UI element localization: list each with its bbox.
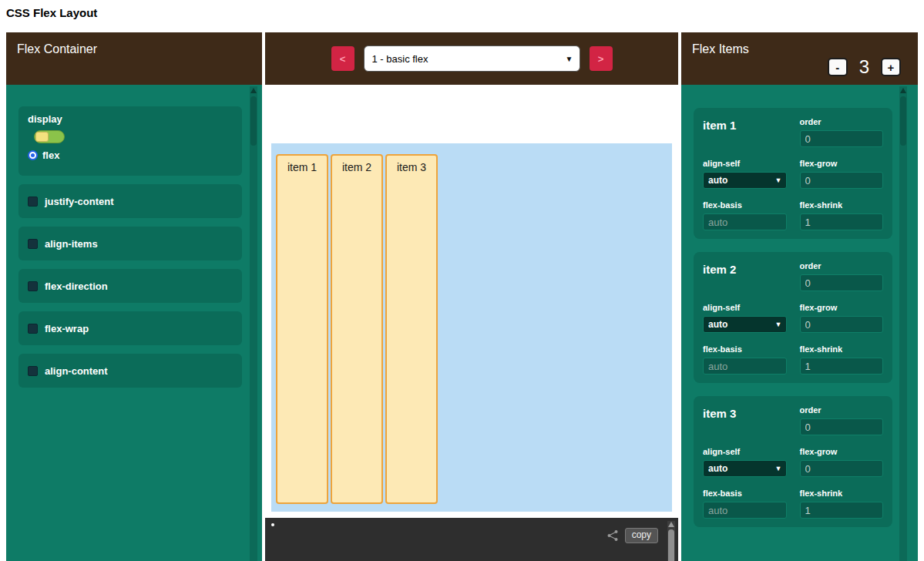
flex-grow-input[interactable] — [800, 316, 884, 333]
scrollbar-thumb[interactable] — [668, 529, 674, 561]
flex-items-panel: Flex Items - 3 + item 1 order align-self… — [681, 32, 918, 561]
flex-shrink-field: flex-shrink — [800, 200, 884, 230]
scroll-up-icon[interactable] — [668, 522, 674, 527]
item-card-title: item 1 — [703, 117, 787, 147]
align-self-select[interactable]: auto — [703, 172, 787, 189]
flex-grow-label: flex-grow — [800, 159, 884, 168]
justify-content-checkbox[interactable] — [28, 197, 38, 207]
item-count: 3 — [859, 56, 869, 78]
item-card-2: item 2 order align-self auto ▼ flex-grow — [694, 252, 892, 383]
right-panel-scrollbar[interactable] — [899, 86, 907, 561]
flex-basis-field: flex-basis — [703, 489, 787, 519]
property-card-flex-wrap: flex-wrap — [18, 311, 242, 345]
left-panel-scrollbar[interactable] — [250, 86, 257, 561]
scroll-up-icon[interactable] — [250, 88, 257, 93]
flex-basis-label: flex-basis — [703, 489, 787, 498]
align-self-select-wrap: auto ▼ — [703, 316, 787, 333]
scrollbar-thumb[interactable] — [250, 96, 257, 146]
next-example-button[interactable]: > — [590, 46, 613, 71]
order-input[interactable] — [800, 274, 884, 291]
scrollbar-thumb[interactable] — [900, 96, 906, 146]
flex-container-header: Flex Container — [6, 32, 262, 85]
flex-grow-input[interactable] — [800, 460, 884, 477]
flex-items-header: Flex Items - 3 + — [681, 32, 918, 85]
align-self-label: align-self — [703, 447, 787, 456]
flex-basis-label: flex-basis — [703, 200, 787, 210]
flex-radio[interactable] — [28, 150, 38, 160]
flex-shrink-label: flex-shrink — [800, 200, 884, 210]
item-card-title: item 3 — [703, 405, 787, 435]
preview-body: item 1 item 2 item 3 copy <style> .flex-… — [265, 85, 678, 561]
order-input[interactable] — [800, 418, 884, 435]
flex-grow-input[interactable] — [800, 172, 884, 189]
flex-basis-input[interactable] — [703, 502, 787, 519]
property-label: flex-wrap — [45, 323, 89, 334]
property-label: justify-content — [45, 196, 114, 207]
flex-basis-input[interactable] — [703, 213, 787, 230]
flex-container-title: Flex Container — [17, 42, 97, 56]
align-self-select[interactable]: auto — [703, 316, 787, 333]
align-content-checkbox[interactable] — [28, 366, 38, 376]
flex-basis-label: flex-basis — [703, 344, 787, 354]
example-select[interactable]: 1 - basic flex — [364, 45, 580, 72]
property-label: align-items — [45, 238, 98, 250]
order-label: order — [800, 261, 884, 270]
increase-items-button[interactable]: + — [881, 58, 901, 76]
property-card-align-content: align-content — [18, 354, 242, 388]
decrease-items-button[interactable]: - — [828, 58, 848, 76]
copy-button[interactable]: copy — [625, 528, 658, 543]
order-label: order — [800, 117, 884, 126]
align-self-field: align-self auto ▼ — [703, 303, 787, 333]
flex-radio-label: flex — [42, 149, 59, 161]
flex-shrink-input[interactable] — [800, 502, 884, 519]
flex-items-title: Flex Items — [692, 42, 749, 56]
align-self-label: align-self — [703, 303, 787, 312]
flex-shrink-input[interactable] — [800, 358, 884, 375]
code-toolbar: copy — [606, 528, 658, 543]
display-toggle[interactable] — [34, 130, 65, 143]
item-card-title: item 2 — [703, 261, 787, 291]
property-card-justify-content: justify-content — [18, 184, 242, 218]
align-self-select[interactable]: auto — [703, 460, 787, 477]
order-field: order — [800, 261, 884, 291]
align-items-checkbox[interactable] — [28, 239, 38, 249]
property-label: flex-direction — [45, 280, 108, 292]
item-card-1: item 1 order align-self auto ▼ flex-grow — [694, 108, 892, 239]
example-select-wrap: 1 - basic flex ▼ — [364, 45, 580, 72]
align-self-select-wrap: auto ▼ — [703, 172, 787, 189]
page-title: CSS Flex Layout — [6, 6, 97, 19]
align-self-field: align-self auto ▼ — [703, 159, 787, 189]
code-scrollbar[interactable] — [667, 521, 675, 561]
align-self-select-wrap: auto ▼ — [703, 460, 787, 477]
flex-basis-field: flex-basis — [703, 344, 787, 375]
flex-shrink-input[interactable] — [800, 213, 884, 230]
flex-basis-input[interactable] — [703, 358, 787, 375]
radio-dot-icon — [31, 153, 35, 157]
item-count-controls: - 3 + — [828, 56, 901, 78]
flex-shrink-field: flex-shrink — [800, 489, 884, 519]
preview-panel: < 1 - basic flex ▼ > item 1 item 2 item … — [265, 32, 678, 561]
flex-direction-checkbox[interactable] — [28, 281, 38, 291]
flex-container-body: display flex justify-content align-items… — [6, 85, 262, 561]
align-self-field: align-self auto ▼ — [703, 447, 787, 477]
prev-example-button[interactable]: < — [331, 46, 354, 71]
flex-shrink-label: flex-shrink — [800, 489, 884, 498]
toggle-knob — [35, 132, 49, 142]
preview-header: < 1 - basic flex ▼ > — [265, 32, 678, 85]
flex-grow-label: flex-grow — [800, 447, 884, 456]
share-icon[interactable] — [606, 529, 619, 542]
code-block: <style> .flex-container { display: flex; — [281, 550, 395, 561]
item-card-3: item 3 order align-self auto ▼ flex-grow — [694, 396, 892, 527]
order-field: order — [800, 117, 884, 147]
flex-shrink-field: flex-shrink — [800, 344, 884, 375]
flex-basis-field: flex-basis — [703, 200, 787, 230]
example-navigation: < 1 - basic flex ▼ > — [265, 32, 678, 85]
flex-grow-field: flex-grow — [800, 303, 884, 333]
scroll-up-icon[interactable] — [900, 88, 906, 93]
property-card-align-items: align-items — [18, 227, 242, 260]
flex-wrap-checkbox[interactable] — [28, 324, 38, 334]
code-bullet-dot — [271, 523, 274, 526]
property-card-flex-direction: flex-direction — [18, 269, 242, 303]
flex-grow-field: flex-grow — [800, 159, 884, 189]
order-input[interactable] — [800, 130, 884, 147]
